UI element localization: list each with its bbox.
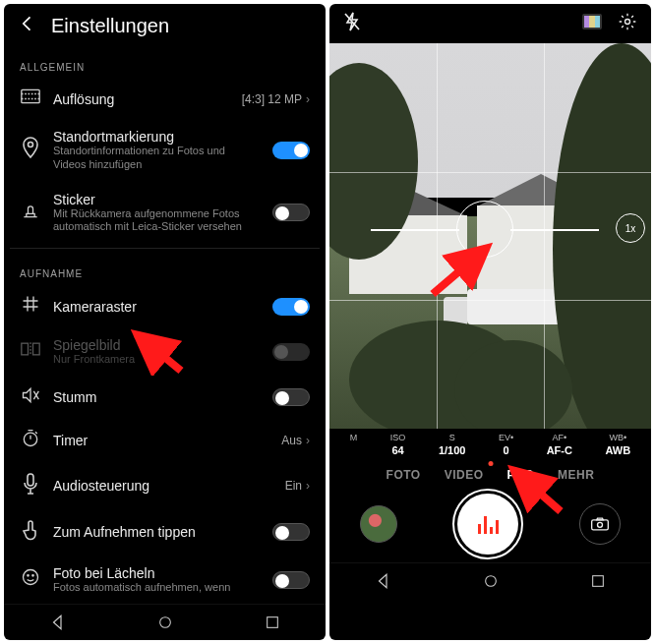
param-ev: EV•0 <box>499 433 513 456</box>
grid-icon <box>20 295 41 318</box>
row-tap[interactable]: Zum Aufnehmen tippen <box>10 509 320 556</box>
grid-line <box>329 172 651 173</box>
grid-title: Kameraraster <box>53 299 261 315</box>
settings-body: ALLGEMEIN Auflösung [4:3] 12 MP› Standor… <box>4 46 326 604</box>
filter-icon[interactable] <box>582 14 602 33</box>
param-iso: ISO64 <box>390 433 406 456</box>
viewfinder[interactable]: 1x <box>329 43 651 429</box>
resolution-value: [4:3] 12 MP› <box>242 92 310 106</box>
timer-title: Timer <box>53 433 269 448</box>
svg-rect-13 <box>589 16 595 28</box>
grid-line <box>329 300 651 301</box>
row-geotag[interactable]: Standortmarkierung Standortinformationen… <box>10 119 320 182</box>
svg-rect-14 <box>595 16 600 28</box>
nav-recent-icon[interactable] <box>590 573 606 589</box>
param-af: AF•AF-C <box>547 433 572 456</box>
param-wb: WB•AWB <box>606 433 631 456</box>
svg-point-15 <box>625 20 630 25</box>
row-audio[interactable]: Audiosteuerung Ein› <box>10 463 320 509</box>
camera-top-bar <box>329 4 651 43</box>
section-general-label: ALLGEMEIN <box>10 46 320 79</box>
switch-camera-button[interactable] <box>579 503 621 545</box>
smile-icon <box>20 567 41 592</box>
camera-screen: 1x M ISO64 S1/100 EV•0 AF•AF-C WB•AWB FO… <box>329 4 651 640</box>
geotag-toggle[interactable] <box>272 142 310 159</box>
row-mute[interactable]: Stumm <box>10 377 320 419</box>
mode-video[interactable]: VIDEO <box>445 468 484 482</box>
svg-point-6 <box>24 570 38 585</box>
histogram-icon <box>478 514 499 534</box>
audio-value: Ein› <box>285 479 310 493</box>
mirror-icon <box>20 341 41 362</box>
settings-screen: Einstellungen ALLGEMEIN Auflösung [4:3] … <box>4 4 326 640</box>
divider <box>10 248 320 249</box>
resolution-icon <box>20 88 41 109</box>
shutter-row <box>329 484 651 562</box>
row-grid[interactable]: Kameraraster <box>10 285 320 327</box>
resolution-title: Auflösung <box>53 91 230 107</box>
smile-sub: Fotos automatisch aufnehmen, wenn <box>53 581 261 595</box>
nav-back-icon[interactable] <box>49 614 67 631</box>
grid-line <box>544 43 545 429</box>
row-mirror: Spiegelbild Nur Frontkamera <box>10 327 320 377</box>
row-sticker[interactable]: Sticker Mit Rückkamera aufgenommene Foto… <box>10 182 320 245</box>
shutter-button[interactable] <box>457 494 518 555</box>
nav-bar <box>329 562 651 599</box>
nav-recent-icon[interactable] <box>265 615 280 630</box>
nav-back-icon[interactable] <box>375 572 392 590</box>
svg-rect-16 <box>592 520 609 530</box>
mode-indicator-dot <box>488 461 493 466</box>
timer-icon <box>20 429 41 453</box>
zoom-badge[interactable]: 1x <box>616 213 645 243</box>
flash-icon[interactable] <box>343 12 361 35</box>
timer-value: Aus› <box>281 434 310 447</box>
smile-title: Foto bei Lächeln <box>53 565 261 581</box>
mute-icon <box>20 386 41 409</box>
param-m: M <box>350 433 358 456</box>
stamp-icon <box>20 201 41 225</box>
sticker-toggle[interactable] <box>272 204 310 221</box>
scene-van <box>467 289 566 324</box>
nav-home-icon[interactable] <box>483 573 499 589</box>
row-timer[interactable]: Timer Aus› <box>10 419 320 463</box>
mirror-title: Spiegelbild <box>53 337 261 353</box>
mirror-toggle <box>272 343 310 361</box>
pro-params[interactable]: M ISO64 S1/100 EV•0 AF•AF-C WB•AWB <box>329 429 651 464</box>
smile-toggle[interactable] <box>272 571 310 589</box>
svg-rect-2 <box>22 344 29 356</box>
svg-rect-10 <box>267 617 277 628</box>
grid-toggle[interactable] <box>272 298 310 316</box>
tap-title: Zum Aufnehmen tippen <box>53 524 261 540</box>
nav-home-icon[interactable] <box>157 615 173 630</box>
location-icon <box>20 137 41 163</box>
settings-gear-icon[interactable] <box>618 12 637 35</box>
svg-point-17 <box>598 522 603 527</box>
mode-strip[interactable]: FOTO VIDEO PRO MEHR <box>329 464 651 484</box>
nav-bar <box>4 604 326 640</box>
svg-point-8 <box>32 575 33 576</box>
svg-point-7 <box>28 575 29 576</box>
back-icon[interactable] <box>18 14 37 38</box>
mode-foto[interactable]: FOTO <box>387 468 421 482</box>
touch-icon <box>20 519 41 546</box>
gallery-thumbnail[interactable] <box>360 505 397 543</box>
param-shutter: S1/100 <box>439 433 466 456</box>
settings-header: Einstellungen <box>4 4 326 46</box>
row-smile[interactable]: Foto bei Lächeln Fotos automatisch aufne… <box>10 556 320 604</box>
tap-toggle[interactable] <box>272 523 310 541</box>
mic-icon <box>20 473 41 499</box>
settings-title: Einstellungen <box>51 15 169 37</box>
scene-foliage <box>454 340 572 429</box>
mode-pro[interactable]: PRO <box>507 468 535 482</box>
svg-point-9 <box>160 617 171 628</box>
mode-mehr[interactable]: MEHR <box>558 468 594 482</box>
mute-toggle[interactable] <box>272 388 310 406</box>
audio-title: Audiosteuerung <box>53 478 273 494</box>
mute-title: Stumm <box>53 389 261 405</box>
row-resolution[interactable]: Auflösung [4:3] 12 MP› <box>10 79 320 119</box>
sticker-title: Sticker <box>53 192 261 207</box>
svg-rect-12 <box>584 16 589 28</box>
svg-rect-19 <box>592 576 603 587</box>
geotag-sub: Standortinformationen zu Fotos und Video… <box>53 145 261 172</box>
svg-rect-5 <box>28 474 33 486</box>
